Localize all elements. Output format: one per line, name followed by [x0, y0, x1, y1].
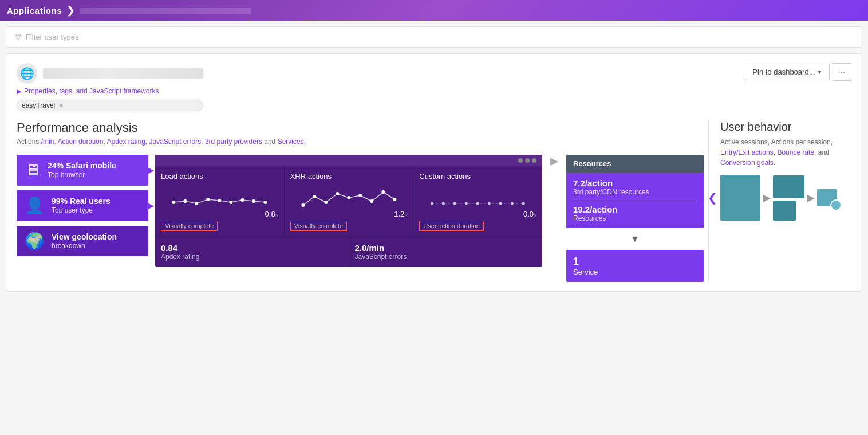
tag-pill: easyTravel ✕: [17, 100, 203, 111]
ub-thumb-stack: [773, 175, 804, 221]
ub-thumb-4[interactable]: [817, 189, 837, 206]
browser-icon: 🖥: [25, 160, 41, 179]
main-card: 🌐 ▶ Properties, tags, and JavaScript fra…: [7, 53, 861, 292]
js-errors-stat: 2.0/min JavaScript errors: [349, 237, 543, 267]
performance-subtitle: Actions /min, Action duration, Apdex rat…: [17, 138, 704, 146]
service-count: 1: [573, 256, 697, 268]
ub-subtitle: Active sessions, Actions per session, En…: [720, 137, 851, 168]
svg-point-8: [263, 201, 267, 204]
ub-thumb-3[interactable]: [773, 201, 796, 221]
properties-row: ▶ Properties, tags, and JavaScript frame…: [17, 87, 203, 95]
svg-point-14: [358, 194, 362, 197]
load-unit: s: [275, 212, 278, 218]
left-stats: 🖥 24% Safari mobile Top browser ▶ 👤 99% …: [17, 155, 148, 256]
link-actions-per-min[interactable]: /min: [41, 138, 54, 146]
svg-point-1: [183, 199, 187, 203]
app-header-left: 🌐 ▶ Properties, tags, and JavaScript fra…: [17, 63, 203, 111]
browser-arrow: ▶: [147, 164, 154, 175]
xhr-unit: s: [404, 212, 407, 218]
svg-point-24: [488, 202, 491, 205]
link-js-errors[interactable]: JavaScript errors: [149, 138, 202, 146]
ub-link-entry-exit[interactable]: Entry/Exit actions: [720, 148, 774, 156]
js-errors-value: 2.0/min: [355, 243, 537, 253]
chart-xhr-actions: XHR actions: [285, 166, 414, 237]
ub-link-conversion[interactable]: Conversion goals: [720, 159, 774, 167]
custom-bottom-label: User action duration: [419, 221, 483, 231]
pin-to-dashboard-button[interactable]: Pin to dashboard... ▾: [744, 64, 830, 80]
xhr-value: 1.2: [394, 210, 404, 218]
svg-point-19: [431, 202, 433, 205]
svg-point-4: [218, 199, 221, 202]
svg-point-26: [511, 202, 514, 205]
svg-point-20: [442, 202, 445, 205]
stat-card-geo[interactable]: 🌍 View geolocation breakdown: [17, 226, 148, 257]
ub-thumbnails: ❮ ▶ ▶: [720, 175, 851, 221]
ub-link-bounce[interactable]: Bounce rate: [777, 148, 814, 156]
apdex-stat: 0.84 Apdex rating: [155, 237, 349, 267]
filter-bar[interactable]: ▽ Filter user types: [7, 26, 861, 48]
resources-value-2: 19.2/action: [573, 205, 697, 214]
link-services[interactable]: Services: [278, 138, 304, 146]
ub-arrow-1: ▶: [763, 191, 771, 204]
resources-divider: [573, 201, 697, 201]
stat-card-users[interactable]: 👤 99% Real users Top user type ▶: [17, 190, 148, 221]
apdex-label: Apdex rating: [161, 253, 343, 261]
charts-to-resources-arrow: ▶: [549, 155, 559, 167]
chart-custom-actions: Custom actions: [413, 166, 542, 237]
resources-card: Resources 7.2/action 3rd party/CDN resou…: [566, 155, 704, 228]
load-value: 0.8: [265, 210, 275, 218]
apdex-value: 0.84: [161, 243, 343, 253]
ub-arrow-2: ▶: [807, 191, 815, 204]
filter-placeholder: Filter user types: [26, 33, 78, 41]
geo-icon: 🌍: [25, 232, 45, 250]
resources-value-1: 7.2/action: [573, 178, 697, 188]
js-errors-label: JavaScript errors: [355, 253, 537, 261]
svg-point-17: [393, 198, 396, 201]
content-row: 🖥 24% Safari mobile Top browser ▶ 👤 99% …: [17, 155, 704, 282]
resources-label-2: Resources: [573, 214, 697, 222]
tag-close[interactable]: ✕: [58, 102, 64, 109]
svg-point-11: [324, 201, 328, 204]
service-card[interactable]: 1 Service: [566, 250, 704, 282]
users-arrow: ▶: [147, 200, 154, 211]
tag-label: easyTravel: [22, 101, 55, 109]
chart-dot-1: [518, 158, 523, 163]
svg-point-7: [252, 199, 255, 203]
xhr-actions-label: XHR actions: [290, 172, 408, 181]
center-charts: Load actions: [155, 155, 542, 267]
ub-thumb-4-overlay: [830, 199, 842, 211]
properties-link[interactable]: Properties, tags, and JavaScript framewo…: [24, 87, 159, 95]
ub-thumb-2[interactable]: [773, 175, 804, 198]
more-options-button[interactable]: ···: [832, 63, 851, 81]
link-action-duration[interactable]: Action duration: [57, 138, 103, 146]
stat-card-browser[interactable]: 🖥 24% Safari mobile Top browser ▶: [17, 155, 148, 186]
xhr-actions-chart: [290, 185, 408, 208]
nav-breadcrumb: [80, 6, 251, 14]
link-apdex[interactable]: Apdex rating: [106, 138, 145, 146]
custom-value: 0.0: [523, 210, 534, 218]
resources-col: Resources 7.2/action 3rd party/CDN resou…: [566, 155, 704, 282]
nav-applications[interactable]: Applications: [7, 6, 62, 15]
bottom-stats-row: 0.84 Apdex rating 2.0/min JavaScript err…: [155, 237, 542, 267]
ub-title: User behavior: [720, 120, 851, 134]
service-label: Service: [573, 268, 697, 276]
svg-point-9: [301, 203, 305, 207]
charts-row: Load actions: [155, 166, 542, 237]
svg-point-15: [370, 199, 373, 203]
link-3rd-party[interactable]: 3rd party providers: [205, 138, 262, 146]
chart-load-actions: Load actions: [155, 166, 285, 237]
chart-header: [155, 155, 542, 166]
ub-chevron-left[interactable]: ❮: [708, 191, 717, 205]
svg-point-2: [195, 202, 198, 205]
users-value: 99% Real users: [52, 196, 111, 206]
svg-point-27: [522, 202, 525, 205]
svg-point-22: [465, 202, 468, 205]
geo-value: View geolocation: [52, 232, 117, 242]
svg-point-3: [206, 198, 210, 201]
ub-thumb-1[interactable]: [720, 175, 760, 221]
browser-value: 24% Safari mobile: [48, 160, 116, 171]
properties-chevron: ▶: [17, 88, 21, 95]
load-actions-label: Load actions: [161, 172, 278, 181]
load-actions-chart: [161, 185, 278, 208]
app-title-row: 🌐: [17, 63, 203, 84]
